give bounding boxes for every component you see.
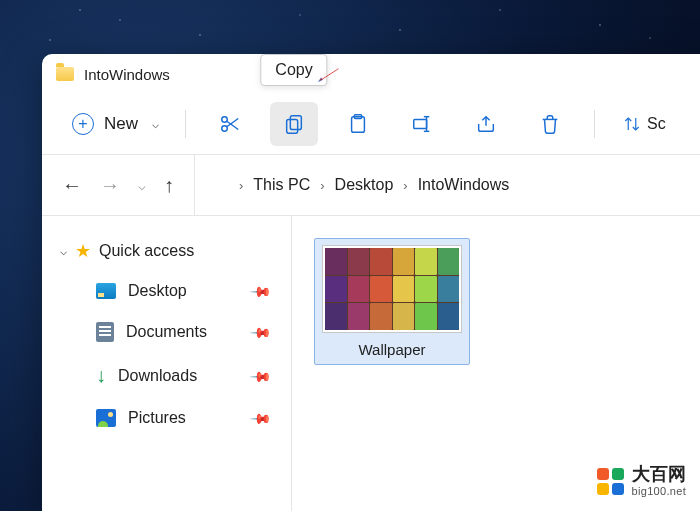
breadcrumb-item[interactable]: IntoWindows: [418, 176, 510, 194]
pin-icon: 📌: [249, 320, 272, 343]
svg-point-0: [222, 117, 228, 123]
watermark: 大百网 big100.net: [597, 465, 686, 497]
history-dropdown[interactable]: ⌵: [138, 178, 146, 193]
sidebar-item-label: Pictures: [128, 409, 186, 427]
folder-icon: [56, 67, 74, 81]
document-icon: [96, 322, 114, 342]
titlebar[interactable]: IntoWindows: [42, 54, 700, 94]
nav-row: ← → ⌵ ↑ › This PC › Desktop › IntoWindow…: [42, 155, 700, 215]
breadcrumb[interactable]: › This PC › Desktop › IntoWindows: [194, 155, 700, 215]
up-button[interactable]: ↑: [164, 174, 174, 197]
desktop-icon: [96, 283, 116, 299]
toolbar: + New ⌵ Copy Sc: [42, 94, 700, 154]
watermark-domain: big100.net: [632, 485, 686, 497]
sidebar-item-label: Downloads: [118, 367, 197, 385]
folder-icon: [209, 178, 229, 193]
copy-icon: [283, 113, 305, 135]
plus-icon: +: [72, 113, 94, 135]
forward-button[interactable]: →: [100, 174, 120, 197]
svg-point-1: [222, 126, 228, 131]
sidebar-item-desktop[interactable]: Desktop 📌: [52, 274, 281, 308]
chevron-right-icon: ›: [403, 178, 407, 193]
share-icon: [475, 113, 497, 135]
pin-icon: 📌: [249, 364, 272, 387]
sort-button[interactable]: Sc: [615, 102, 674, 146]
watermark-brand: 大百网: [632, 465, 686, 485]
file-thumbnail: [322, 245, 462, 333]
chevron-right-icon: ›: [320, 178, 324, 193]
breadcrumb-item[interactable]: Desktop: [335, 176, 394, 194]
star-icon: ★: [75, 240, 91, 262]
sort-label: Sc: [647, 115, 666, 133]
quick-access-label: Quick access: [99, 242, 194, 260]
new-label: New: [104, 114, 138, 134]
sidebar-item-documents[interactable]: Documents 📌: [52, 314, 281, 350]
sort-icon: [623, 115, 641, 133]
chevron-down-icon: ⌵: [60, 244, 67, 258]
pin-icon: 📌: [249, 279, 272, 302]
tooltip: Copy: [260, 54, 327, 86]
separator: [185, 110, 186, 138]
copy-button[interactable]: Copy: [270, 102, 318, 146]
svg-rect-7: [287, 119, 298, 133]
breadcrumb-item[interactable]: This PC: [253, 176, 310, 194]
rename-icon: [411, 113, 433, 135]
nav-arrows: ← → ⌵ ↑: [42, 174, 194, 197]
sidebar-item-label: Desktop: [128, 282, 187, 300]
svg-rect-10: [414, 119, 427, 128]
chevron-right-icon: ›: [239, 178, 243, 193]
watermark-logo-icon: [597, 468, 624, 495]
sidebar-quick-access[interactable]: ⌵ ★ Quick access: [52, 234, 281, 268]
sidebar-item-label: Documents: [126, 323, 207, 341]
file-explorer-window: IntoWindows + New ⌵ Copy: [42, 54, 700, 511]
share-button[interactable]: [462, 102, 510, 146]
window-title: IntoWindows: [84, 66, 170, 83]
download-icon: ↓: [96, 364, 106, 387]
sidebar: ⌵ ★ Quick access Desktop 📌 Documents 📌 ↓…: [42, 216, 292, 511]
file-label: Wallpaper: [359, 341, 426, 358]
separator: [594, 110, 595, 138]
trash-icon: [539, 113, 561, 135]
back-button[interactable]: ←: [62, 174, 82, 197]
new-button[interactable]: + New ⌵: [60, 107, 171, 141]
chevron-down-icon: ⌵: [152, 117, 159, 131]
clipboard-icon: [347, 113, 369, 135]
sidebar-item-pictures[interactable]: Pictures 📌: [52, 401, 281, 435]
scissors-icon: [219, 113, 241, 135]
file-item[interactable]: Wallpaper: [314, 238, 470, 365]
sidebar-item-downloads[interactable]: ↓ Downloads 📌: [52, 356, 281, 395]
rename-button[interactable]: [398, 102, 446, 146]
svg-rect-6: [290, 116, 301, 130]
pin-icon: 📌: [249, 406, 272, 429]
pictures-icon: [96, 409, 116, 427]
cut-button[interactable]: [206, 102, 254, 146]
delete-button[interactable]: [526, 102, 574, 146]
paste-button[interactable]: [334, 102, 382, 146]
